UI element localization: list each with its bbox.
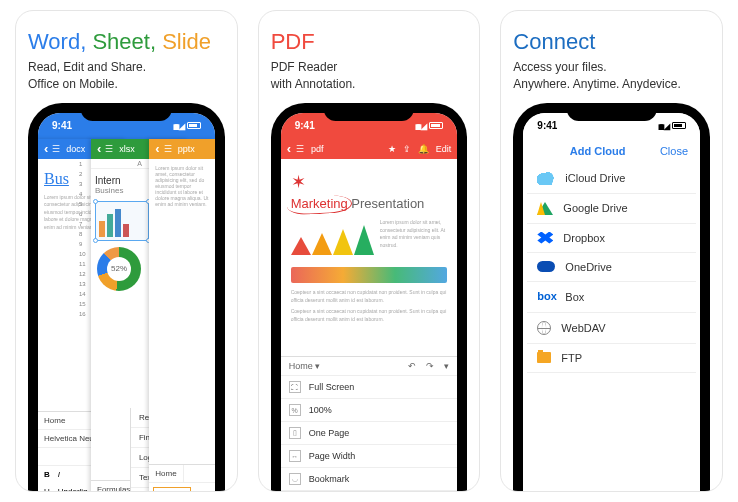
- donut-chart[interactable]: 52%: [97, 247, 141, 291]
- width-icon: ↔: [289, 450, 301, 462]
- onedrive-icon: [537, 261, 555, 272]
- row-ruler: 12345678910111213141516: [79, 159, 86, 319]
- provider-dropbox[interactable]: Dropbox: [527, 224, 696, 253]
- webdav-icon: [537, 321, 551, 335]
- bookmark-button[interactable]: ◡Bookmark: [281, 468, 458, 491]
- one-page-button[interactable]: ▯One Page: [281, 422, 458, 445]
- edit-button[interactable]: Edit: [436, 144, 452, 154]
- page-width-button[interactable]: ↔Page Width: [281, 445, 458, 468]
- signal-icon: [173, 120, 177, 131]
- phone-frame: 9:41 pdf ★⇪🔔Edit Marketing Presentation …: [271, 103, 468, 491]
- wifi-icon: [421, 120, 427, 131]
- screenshot-pdf: PDF PDF Readerwith Annotation. 9:41 pdf …: [258, 10, 481, 492]
- provider-ftp[interactable]: FTP: [527, 344, 696, 373]
- wifi-icon: [179, 120, 185, 131]
- undo-button[interactable]: ↶: [408, 361, 416, 371]
- signal-icon: [658, 120, 662, 131]
- battery-icon: [672, 122, 686, 129]
- back-icon: [44, 141, 48, 156]
- pdf-page[interactable]: Marketing Presentation Lorem ipsum dolor…: [281, 159, 458, 334]
- triangle-chart-icon: [291, 225, 374, 255]
- menu-icon: [164, 144, 174, 154]
- back-icon: [97, 141, 101, 156]
- fullscreen-icon: ⛶: [289, 381, 301, 393]
- screenshot-connect: Connect Access your files.Anywhere. Anyt…: [500, 10, 723, 492]
- star-icon[interactable]: ★: [388, 144, 396, 154]
- status-time: 9:41: [295, 120, 315, 131]
- phone-frame: 9:41 Add Cloud Close iCloud Drive Google…: [513, 103, 710, 491]
- bell-icon[interactable]: 🔔: [418, 144, 429, 154]
- slide-thumbnail[interactable]: [153, 487, 191, 491]
- wifi-icon: [664, 120, 670, 131]
- panel-pptx: pptx Lorem ipsum dolor sit amet, consect…: [149, 139, 214, 491]
- zoom-100-button[interactable]: %100%: [281, 399, 458, 422]
- menu-icon: [52, 144, 62, 154]
- battery-icon: [187, 122, 201, 129]
- cloud-provider-list: iCloud Drive Google Drive Dropbox OneDri…: [523, 163, 700, 373]
- tab-pptx[interactable]: pptx: [149, 139, 214, 159]
- back-icon: [155, 141, 159, 156]
- card3-subtitle: Access your files.Anywhere. Anytime. Any…: [513, 59, 710, 93]
- page-icon: ▯: [289, 427, 301, 439]
- signal-icon: [415, 120, 419, 131]
- fullscreen-button[interactable]: ⛶Full Screen: [281, 376, 458, 399]
- screenshot-word-sheet-slide: Word, Sheet, Slide Read, Edit and Share.…: [15, 10, 238, 492]
- close-button[interactable]: Close: [660, 145, 688, 157]
- card2-subtitle: PDF Readerwith Annotation.: [271, 59, 468, 93]
- provider-onedrive[interactable]: OneDrive: [527, 253, 696, 282]
- waveform-icon: [291, 267, 448, 283]
- bookmark-icon: ◡: [289, 473, 301, 485]
- redo-button[interactable]: ↷: [426, 361, 434, 371]
- underline-button[interactable]: U: [44, 487, 50, 491]
- close-menu-button[interactable]: ▾: [444, 361, 449, 371]
- menu-icon[interactable]: [296, 144, 306, 154]
- dropbox-icon: [537, 232, 553, 244]
- share-icon[interactable]: ⇪: [403, 144, 411, 154]
- card3-heading: Connect: [513, 29, 710, 55]
- card1-subtitle: Read, Edit and Share.Office on Mobile.: [28, 59, 225, 93]
- status-time: 9:41: [52, 120, 72, 131]
- file-label: pdf: [311, 144, 324, 154]
- box-icon: box: [537, 290, 555, 304]
- tab-home-button[interactable]: Home: [149, 465, 183, 482]
- italic-button[interactable]: I: [58, 470, 60, 479]
- ftp-icon: [537, 352, 551, 363]
- add-cloud-title: Add Cloud: [570, 145, 626, 157]
- slide-toolbar: Home: [149, 464, 214, 491]
- google-drive-icon: [537, 202, 553, 215]
- modal-header: Add Cloud Close: [523, 139, 700, 163]
- card2-heading: PDF: [271, 29, 468, 55]
- back-icon[interactable]: [287, 141, 291, 156]
- bar-chart[interactable]: [95, 201, 149, 241]
- provider-box[interactable]: boxBox: [527, 282, 696, 313]
- pdf-view-menu: Home ▾ ↶↷▾ ⛶Full Screen %100% ▯One Page …: [281, 356, 458, 491]
- provider-icloud[interactable]: iCloud Drive: [527, 163, 696, 194]
- icloud-icon: [537, 171, 555, 185]
- card1-heading: Word, Sheet, Slide: [28, 29, 225, 55]
- phone-frame: 9:41 docx Bus Lorem ipsum dolor sit amet…: [28, 103, 225, 491]
- provider-google-drive[interactable]: Google Drive: [527, 194, 696, 224]
- provider-webdav[interactable]: WebDAV: [527, 313, 696, 344]
- status-time: 9:41: [537, 120, 557, 131]
- bold-button[interactable]: B: [44, 470, 50, 479]
- annotation-star-icon: [291, 169, 448, 196]
- pdf-title: Marketing Presentation: [291, 194, 448, 214]
- zoom-icon: %: [289, 404, 301, 416]
- battery-icon: [429, 122, 443, 129]
- home-dropdown[interactable]: Home ▾: [289, 361, 321, 371]
- pdf-toolbar: pdf ★⇪🔔Edit: [281, 139, 458, 159]
- menu-icon: [105, 144, 115, 154]
